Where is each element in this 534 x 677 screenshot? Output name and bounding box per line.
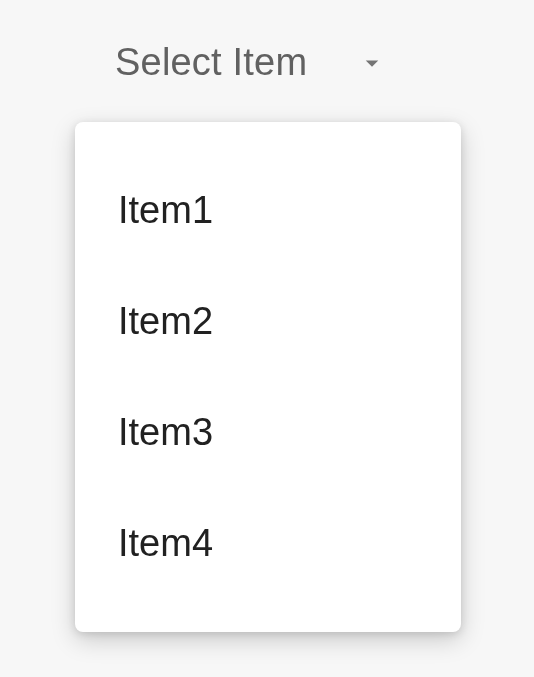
dropdown-arrow-icon bbox=[357, 48, 387, 78]
select-placeholder-label: Select Item bbox=[115, 41, 307, 84]
dropdown-menu: Item1 Item2 Item3 Item4 bbox=[75, 122, 461, 632]
dropdown-item-label: Item3 bbox=[118, 411, 213, 453]
dropdown-item-2[interactable]: Item2 bbox=[75, 273, 461, 370]
dropdown-item-1[interactable]: Item1 bbox=[75, 162, 461, 259]
dropdown-item-label: Item1 bbox=[118, 189, 213, 231]
dropdown-item-label: Item2 bbox=[118, 300, 213, 342]
dropdown-item-4[interactable]: Item4 bbox=[75, 495, 461, 592]
dropdown-item-3[interactable]: Item3 bbox=[75, 384, 461, 481]
dropdown-item-label: Item4 bbox=[118, 522, 213, 564]
select-trigger[interactable]: Select Item bbox=[115, 41, 387, 84]
